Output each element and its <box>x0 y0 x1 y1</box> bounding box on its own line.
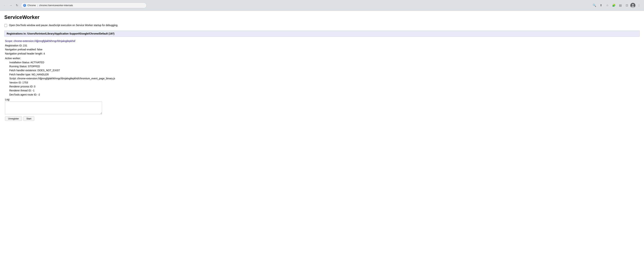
renderer-thread-id: Renderer thread ID: -1 <box>5 89 639 92</box>
extensions-icon[interactable]: 🧩 <box>611 3 617 8</box>
devtools-checkbox-row: Open DevTools window and pause JavaScrip… <box>4 24 640 27</box>
installation-status: Installation Status: ACTIVATED <box>5 61 639 64</box>
log-textarea[interactable] <box>5 102 102 114</box>
menu-icon[interactable]: ⋮ <box>636 3 642 8</box>
fetch-handler-type: Fetch handler type: NO_HANDLER <box>5 73 639 76</box>
share-icon[interactable]: ⬆ <box>598 3 604 8</box>
devtools-checkbox-label[interactable]: Open DevTools window and pause JavaScrip… <box>9 24 118 27</box>
log-label: Log: <box>5 98 639 101</box>
address-bar[interactable]: C Chrome | chrome://serviceworker-intern… <box>21 3 146 8</box>
cast-icon[interactable]: ▤ <box>618 3 623 8</box>
active-worker-label: Active worker: <box>5 56 639 60</box>
log-section: Log: <box>5 98 639 114</box>
toolbar-icons: 🔍 ⬆ ☆ 🧩 ▤ ⊡ ⋮ <box>592 3 642 8</box>
nav-preload-header-length: Navigation preload header length: 4 <box>5 52 639 56</box>
devtools-checkbox[interactable] <box>4 24 7 27</box>
active-worker-section: Active worker: Installation Status: ACTI… <box>5 56 639 97</box>
page-title: ServiceWorker <box>4 15 640 20</box>
reload-button[interactable]: ↻ <box>14 3 20 8</box>
forward-button[interactable]: → <box>8 3 13 8</box>
start-button[interactable]: Start <box>23 116 34 121</box>
svg-point-1 <box>632 4 634 6</box>
scope-link[interactable]: Scope: chrome-extension://djjmngfglakhkh… <box>5 40 639 43</box>
devtools-agent-route-id: DevTools agent route ID: -2 <box>5 93 639 97</box>
nav-buttons: ← → ↻ <box>2 3 20 8</box>
split-view-icon[interactable]: ⊡ <box>624 3 630 8</box>
page-content: ServiceWorker Open DevTools window and p… <box>0 11 644 124</box>
version-id: Version ID: 1753 <box>5 81 639 85</box>
registration-id: Registration ID: 231 <box>5 44 639 48</box>
script: Script: chrome-extension://djjmngfglakhk… <box>5 76 639 80</box>
action-buttons: Unregister Start <box>5 116 639 121</box>
service-worker-entry: Scope: chrome-extension://djjmngfglakhkh… <box>4 40 640 121</box>
running-status: Running Status: STOPPED <box>5 64 639 68</box>
bookmark-icon[interactable]: ☆ <box>604 3 610 8</box>
unregister-button[interactable]: Unregister <box>5 116 22 121</box>
profile-avatar[interactable] <box>630 3 636 8</box>
favicon: C <box>23 4 26 7</box>
back-button[interactable]: ← <box>2 3 7 8</box>
browser-toolbar: ← → ↻ C Chrome | chrome://serviceworker-… <box>0 0 644 11</box>
registrations-header: Registrations in: /Users/forinton/Librar… <box>4 31 640 37</box>
search-icon[interactable]: 🔍 <box>592 3 597 8</box>
renderer-process-id: Renderer process ID: 0 <box>5 85 639 89</box>
fetch-handler-existence: Fetch handler existence: DOES_NOT_EXIST <box>5 68 639 72</box>
address-text: Chrome | chrome://serviceworker-internal… <box>28 4 144 7</box>
nav-preload-enabled: Navigation preload enabled: false <box>5 48 639 52</box>
